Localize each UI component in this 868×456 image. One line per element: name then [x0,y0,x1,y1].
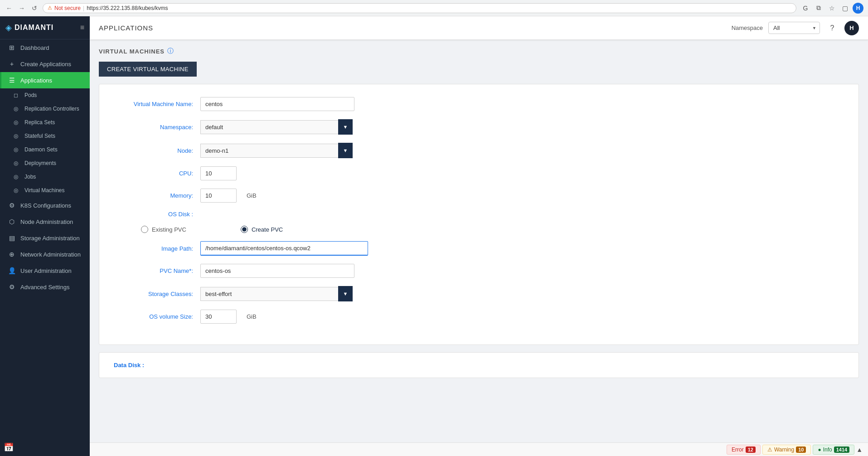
warning-label: Warning [774,446,794,453]
storage-administration-icon: ▤ [8,234,16,242]
vm-section-header: VIRTUAL MACHINES ⓘ [99,47,859,55]
sidebar-toggle-button[interactable]: ≡ [80,24,84,32]
user-administration-icon: 👤 [8,267,16,274]
vm-form-card: Virtual Machine Name: Namespace: default… [99,84,859,345]
window-icon[interactable]: ▢ [839,3,850,14]
sidebar-item-label: User Administration [20,267,72,274]
not-secure-label: Not secure [54,5,81,11]
image-path-input[interactable] [200,241,368,256]
replica-sets-icon: ◎ [14,119,21,126]
google-icon[interactable]: G [800,3,811,14]
sidebar-item-deployments[interactable]: ◎ Deployments [0,156,90,170]
error-label: Error [732,446,744,453]
pods-icon: ◻ [14,92,21,98]
sidebar-item-label: Storage Administration [20,235,80,242]
storage-classes-select-group: best-effort ▼ [200,286,353,301]
storage-classes-dropdown[interactable]: best-effort [200,287,339,301]
status-expand-button[interactable]: ▲ [856,446,863,453]
sidebar-item-label: Dashboard [20,44,49,51]
node-administration-icon: ⬡ [8,218,16,225]
daemon-sets-icon: ◎ [14,146,21,153]
back-button[interactable]: ← [5,4,14,13]
user-profile-button[interactable]: H [853,3,863,14]
storage-classes-row: Storage Classes: best-effort ▼ [114,286,844,301]
info-badge[interactable]: ● Info 1414 [813,445,854,455]
sidebar-item-network-administration[interactable]: ⊕ Network Administration [0,246,90,262]
sidebar-item-applications[interactable]: ☰ Applications [0,72,90,88]
sidebar-item-label: Daemon Sets [24,146,58,153]
pvc-name-input[interactable] [200,264,354,278]
sidebar-item-create-applications[interactable]: + Create Applications [0,56,90,72]
existing-pvc-option[interactable]: Existing PVC [141,226,186,233]
create-virtual-machine-button[interactable]: CREATE VIRTUAL MACHINE [99,62,197,77]
pvc-name-row: PVC Name*: [114,264,844,278]
sidebar-item-stateful-sets[interactable]: ◎ Stateful Sets [0,129,90,143]
existing-pvc-radio[interactable] [141,226,148,233]
virtual-machines-icon: ◎ [14,187,21,194]
image-path-row: Image Path: [114,241,844,256]
namespace-dropdown-btn[interactable]: ▼ [338,119,353,135]
top-bar: APPLICATIONS Namespace All default kube-… [90,16,868,40]
node-select-group: demo-n1 ▼ [200,143,353,158]
logo: ◈ DIAMANTI [5,23,53,33]
user-avatar-button[interactable]: H [844,21,859,35]
calendar-icon[interactable]: 📅 [4,442,14,452]
namespace-select[interactable]: All default kube-system [768,22,820,34]
content-area: VIRTUAL MACHINES ⓘ CREATE VIRTUAL MACHIN… [90,40,868,442]
create-pvc-label: Create PVC [252,226,283,233]
memory-input[interactable] [200,189,237,203]
sidebar-item-advanced-settings[interactable]: ⚙ Advanced Settings [0,279,90,295]
sidebar-item-storage-administration[interactable]: ▤ Storage Administration [0,230,90,246]
vm-name-input[interactable] [200,97,354,111]
extensions-icon[interactable]: ⧉ [813,3,824,14]
forward-button[interactable]: → [17,4,26,13]
sidebar-item-label: Replica Sets [24,119,55,126]
namespace-dropdown[interactable]: default [200,120,339,134]
sidebar-item-pods[interactable]: ◻ Pods [0,88,90,102]
sidebar-item-daemon-sets[interactable]: ◎ Daemon Sets [0,143,90,156]
sidebar-item-replication-controllers[interactable]: ◎ Replication Controllers [0,102,90,116]
cpu-input[interactable] [200,166,237,180]
cpu-row: CPU: [114,166,844,180]
node-dropdown[interactable]: demo-n1 [200,144,339,158]
sidebar-item-label: K8S Configurations [20,202,71,209]
storage-classes-dropdown-btn[interactable]: ▼ [338,286,353,301]
namespace-field-label: Namespace: [114,124,193,131]
bookmark-icon[interactable]: ☆ [826,3,837,14]
create-pvc-option[interactable]: Create PVC [241,226,283,233]
existing-pvc-label: Existing PVC [152,226,186,233]
sidebar-item-node-administration[interactable]: ⬡ Node Administration [0,213,90,230]
sidebar-item-k8s-configurations[interactable]: ⚙ K8S Configurations [0,197,90,213]
sidebar-item-dashboard[interactable]: ⊞ Dashboard [0,39,90,56]
k8s-configurations-icon: ⚙ [8,202,16,209]
namespace-row: Namespace: default ▼ [114,119,844,135]
namespace-select-wrapper: All default kube-system [768,22,820,34]
top-bar-right: Namespace All default kube-system ? H [732,21,859,35]
info-icon: ● [818,446,821,453]
node-row: Node: demo-n1 ▼ [114,143,844,158]
sidebar-item-label: Create Applications [20,61,71,68]
warning-badge[interactable]: ⚠ Warning 10 [762,445,811,455]
browser-action-icons: G ⧉ ☆ ▢ H [800,3,863,14]
reload-button[interactable]: ↺ [30,4,39,13]
sidebar-item-user-administration[interactable]: 👤 User Administration [0,262,90,279]
create-applications-icon: + [8,60,16,68]
info-icon: ⓘ [167,47,174,55]
info-count: 1414 [834,446,849,453]
advanced-settings-icon: ⚙ [8,283,16,291]
image-path-label: Image Path: [114,245,193,252]
sidebar-logo-area: ◈ DIAMANTI ≡ [0,16,90,39]
sidebar-item-virtual-machines[interactable]: ◎ Virtual Machines [0,184,90,197]
help-button[interactable]: ? [825,21,839,35]
os-volume-size-input[interactable] [200,310,237,324]
node-dropdown-btn[interactable]: ▼ [338,143,353,158]
vm-section-title: VIRTUAL MACHINES [99,48,165,55]
security-warning-icon: ⚠ [48,5,52,11]
create-pvc-radio[interactable] [241,226,248,233]
os-volume-size-row: OS volume Size: GiB [114,310,844,324]
main-content: APPLICATIONS Namespace All default kube-… [90,16,868,456]
sidebar-item-replica-sets[interactable]: ◎ Replica Sets [0,116,90,129]
url-bar: ⚠ Not secure | https://35.222.135.88/kub… [43,3,796,13]
error-badge[interactable]: Error 12 [727,445,761,455]
sidebar-item-jobs[interactable]: ◎ Jobs [0,170,90,184]
